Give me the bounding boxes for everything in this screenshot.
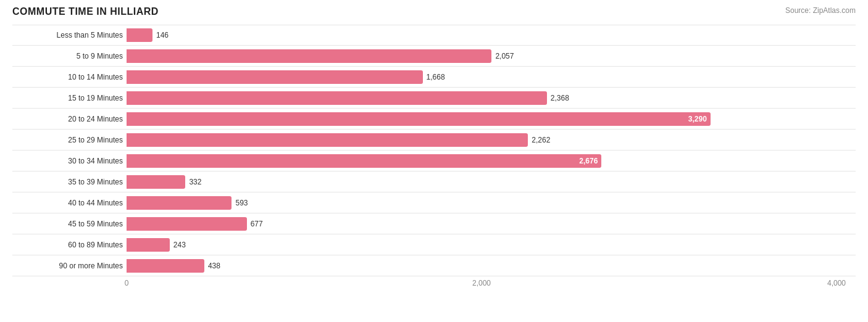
bar-fill — [127, 28, 152, 42]
bar-fill: 3,290 — [127, 112, 711, 126]
bar-value: 146 — [156, 31, 169, 39]
bar-track: 2,262 — [127, 133, 856, 147]
table-row: 30 to 34 Minutes2,676 — [12, 151, 856, 171]
bar-value: 2,262 — [532, 136, 550, 144]
bar-track: 3,290 — [127, 112, 856, 126]
bar-label: 90 or more Minutes — [12, 262, 127, 270]
bar-value: 2,368 — [551, 94, 569, 102]
table-row: 35 to 39 Minutes332 — [12, 171, 856, 192]
bar-fill — [127, 259, 204, 273]
bar-value: 593 — [235, 199, 248, 207]
bar-track: 332 — [127, 175, 856, 189]
bar-track: 2,057 — [127, 49, 856, 63]
chart-header: COMMUTE TIME IN HILLIARD Source: ZipAtla… — [12, 6, 856, 17]
bar-fill — [127, 217, 247, 231]
bar-label: 30 to 34 Minutes — [12, 157, 127, 165]
table-row: 15 to 19 Minutes2,368 — [12, 88, 856, 109]
x-axis-tick: 4,000 — [827, 279, 846, 287]
bar-fill — [127, 70, 423, 84]
bar-track: 1,668 — [127, 70, 856, 84]
bar-track: 243 — [127, 238, 856, 252]
bar-track: 146 — [127, 28, 856, 42]
bar-value-inside: 2,676 — [579, 157, 598, 165]
bar-track: 593 — [127, 196, 856, 210]
bar-fill — [127, 196, 232, 210]
bar-fill — [127, 91, 547, 105]
bar-value: 438 — [208, 262, 220, 270]
bar-label: 60 to 89 Minutes — [12, 241, 127, 249]
bar-value: 332 — [189, 178, 201, 186]
bar-label: 40 to 44 Minutes — [12, 199, 127, 207]
bar-value-inside: 3,290 — [688, 115, 707, 123]
bar-value: 677 — [251, 220, 263, 228]
bar-label: 20 to 24 Minutes — [12, 115, 127, 123]
bar-value: 2,057 — [495, 52, 514, 60]
bar-label: 10 to 14 Minutes — [12, 73, 127, 81]
bar-label: 15 to 19 Minutes — [12, 94, 127, 102]
bar-label: 35 to 39 Minutes — [12, 178, 127, 186]
bar-track: 677 — [127, 217, 856, 231]
x-axis-tick: 2,000 — [472, 279, 491, 287]
bar-value: 243 — [173, 241, 186, 249]
table-row: Less than 5 Minutes146 — [12, 25, 856, 46]
chart-area: Less than 5 Minutes1465 to 9 Minutes2,05… — [12, 25, 856, 291]
bar-fill — [127, 49, 491, 63]
table-row: 45 to 59 Minutes677 — [12, 213, 856, 234]
table-row: 90 or more Minutes438 — [12, 255, 856, 276]
bar-fill — [127, 175, 185, 189]
bar-label: 25 to 29 Minutes — [12, 136, 127, 144]
table-row: 20 to 24 Minutes3,290 — [12, 109, 856, 130]
x-axis: 02,0004,000 — [127, 279, 837, 291]
bar-label: 5 to 9 Minutes — [12, 52, 127, 60]
bar-fill — [127, 238, 170, 252]
table-row: 60 to 89 Minutes243 — [12, 234, 856, 255]
bar-fill: 2,676 — [127, 154, 601, 168]
bar-value: 1,668 — [427, 73, 445, 81]
bar-label: Less than 5 Minutes — [12, 31, 127, 39]
bar-fill — [127, 133, 528, 147]
x-axis-tick: 0 — [125, 279, 129, 287]
table-row: 25 to 29 Minutes2,262 — [12, 130, 856, 151]
table-row: 5 to 9 Minutes2,057 — [12, 46, 856, 67]
bar-track: 2,676 — [127, 154, 856, 168]
bar-track: 438 — [127, 259, 856, 273]
bar-track: 2,368 — [127, 91, 856, 105]
chart-title: COMMUTE TIME IN HILLIARD — [12, 6, 159, 17]
table-row: 10 to 14 Minutes1,668 — [12, 67, 856, 88]
bar-label: 45 to 59 Minutes — [12, 220, 127, 228]
chart-source: Source: ZipAtlas.com — [785, 6, 856, 15]
table-row: 40 to 44 Minutes593 — [12, 192, 856, 213]
